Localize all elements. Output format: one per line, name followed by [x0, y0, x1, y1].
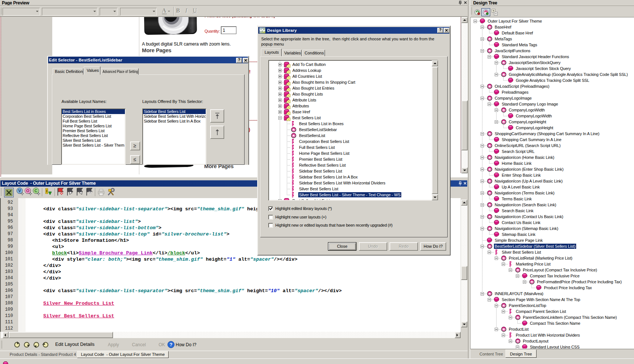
svg-text:O: O [26, 188, 30, 193]
svg-text:?: ? [170, 342, 173, 347]
svg-text:I: I [46, 189, 47, 193]
svg-text:C: C [34, 188, 37, 193]
svg-text:V: V [18, 188, 21, 193]
